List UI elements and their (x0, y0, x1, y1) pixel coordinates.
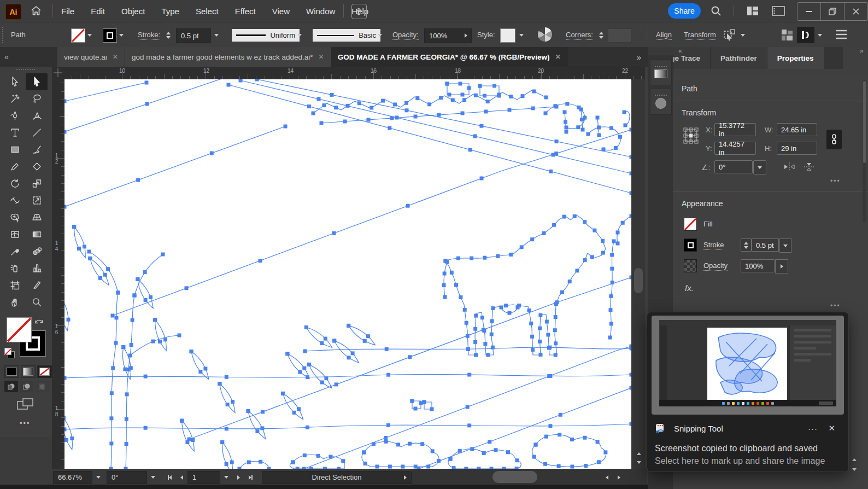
style-dropdown-icon[interactable] (519, 34, 524, 37)
drag-grip[interactable] (16, 69, 35, 72)
fill-label[interactable]: Fill (703, 220, 713, 228)
paintbrush-tool[interactable] (26, 141, 48, 158)
touch-workspace-icon[interactable] (351, 4, 367, 19)
corners-input[interactable] (608, 28, 632, 43)
width-profile-select[interactable]: Uniform (232, 29, 300, 42)
shape-mode-dropdown-icon[interactable] (818, 34, 822, 37)
opacity-label[interactable]: Opacity: (392, 31, 419, 40)
h-input[interactable]: 29 in (777, 142, 817, 155)
zoom-level-input[interactable]: 66.67% (53, 471, 92, 484)
menu-effect[interactable]: Effect (235, 7, 256, 16)
panel-menu-icon[interactable] (835, 30, 847, 39)
horizontal-ruler[interactable]: 10 12 14 16 18 20 22 (64, 67, 645, 80)
tab-overflow-icon[interactable]: » (630, 47, 648, 67)
stroke-weight-input[interactable]: 0.5 pt (176, 28, 211, 43)
previous-artboard-button[interactable] (175, 471, 187, 484)
screen-mode-icon[interactable] (16, 397, 35, 412)
horizontal-scrollbar-thumb[interactable] (492, 471, 537, 483)
flip-vertical-icon[interactable] (803, 162, 815, 172)
next-artboard-button[interactable] (232, 471, 244, 484)
share-button[interactable]: Share (668, 3, 701, 19)
gradient-button[interactable] (21, 365, 36, 378)
menu-select[interactable]: Select (196, 7, 219, 16)
opacity-expand-button[interactable] (460, 28, 472, 43)
scale-tool[interactable] (26, 175, 48, 192)
stroke-weight-input[interactable]: 0.5 pt (752, 238, 779, 252)
recolor-artwork-icon[interactable] (538, 27, 552, 42)
select-similar-icon[interactable] (723, 28, 737, 42)
close-icon[interactable]: ✕ (319, 53, 324, 61)
gradient-panel-icon[interactable] (650, 59, 672, 85)
scroll-right-icon[interactable] (618, 475, 620, 480)
magic-wand-tool[interactable] (4, 90, 26, 107)
stroke-swatch[interactable] (684, 238, 697, 252)
document-setup-icon[interactable] (772, 6, 785, 16)
align-label[interactable]: Align (656, 31, 672, 40)
edit-toolbar-icon[interactable]: ••• (20, 419, 31, 427)
rotate-tool[interactable] (4, 175, 26, 192)
opacity-input[interactable]: 100% (424, 28, 465, 43)
color-button[interactable] (4, 365, 19, 378)
selection-tool[interactable] (4, 73, 26, 90)
fill-proxy-swatch[interactable] (7, 317, 32, 342)
transform-label[interactable]: Transform (684, 31, 716, 40)
restore-button[interactable] (820, 3, 844, 20)
hand-tool[interactable] (4, 294, 26, 311)
eyedropper-tool[interactable] (4, 243, 26, 260)
y-input[interactable]: 14.4257 in (714, 142, 756, 155)
opacity-swatch[interactable] (684, 259, 697, 272)
active-tool-indicator[interactable]: Direct Selection (262, 471, 412, 484)
direct-selection-tool[interactable] (26, 73, 48, 90)
perspective-grid-tool[interactable] (26, 209, 48, 226)
notification-action-hint[interactable]: Select here to mark up and share the ima… (655, 456, 825, 466)
dock-collapse-icon[interactable]: « (678, 47, 682, 55)
opacity-label[interactable]: Opacity (703, 261, 728, 271)
artboard-dropdown-icon[interactable] (220, 471, 232, 484)
fill-color-swatch[interactable] (71, 28, 85, 43)
close-icon[interactable]: ✕ (113, 53, 118, 61)
constrain-proportions-icon[interactable] (826, 130, 842, 149)
symbol-sprayer-tool[interactable] (4, 260, 26, 277)
slice-tool[interactable] (26, 277, 48, 294)
scroll-left-icon[interactable] (606, 475, 608, 480)
select-similar-dropdown-icon[interactable] (741, 34, 745, 37)
align-objects-icon[interactable] (781, 28, 794, 42)
shaper-tool[interactable] (26, 158, 48, 175)
w-input[interactable]: 24.65 in (777, 123, 817, 136)
search-icon[interactable] (711, 5, 722, 16)
fx-button[interactable]: fx. (685, 283, 694, 293)
pen-tool[interactable] (4, 107, 26, 124)
illustrator-logo[interactable]: Ai (5, 4, 21, 20)
stroke-weight-dropdown-icon[interactable] (779, 238, 791, 253)
draw-normal-button[interactable] (4, 381, 18, 392)
drag-grip[interactable] (2, 27, 5, 43)
dock-expand-icon[interactable]: » (860, 47, 864, 55)
zoom-dropdown-icon[interactable] (92, 471, 104, 484)
default-fill-stroke-icon[interactable] (4, 348, 15, 359)
document-tab-2[interactable]: god made a farmer good elements w ez tra… (125, 47, 331, 67)
menu-object[interactable]: Object (121, 7, 145, 16)
stroke-color-dropdown-icon[interactable] (119, 34, 124, 37)
zoom-tool[interactable] (26, 294, 48, 311)
brush-dropdown-icon[interactable] (378, 34, 382, 37)
fill-swatch[interactable] (684, 218, 697, 231)
style-swatch[interactable] (500, 28, 515, 43)
appearance-more-icon[interactable]: ••• (830, 302, 841, 310)
menu-view[interactable]: View (272, 7, 290, 16)
panel-scroll-up-icon[interactable] (852, 458, 857, 461)
image-trace-panel-icon[interactable] (650, 89, 672, 115)
toolbar-collapse-icon[interactable]: « (0, 47, 57, 67)
document-tab-1[interactable]: view quote.ai✕ (57, 47, 125, 67)
menu-window[interactable]: Window (306, 7, 335, 16)
opacity-expand-icon[interactable] (775, 259, 788, 273)
shape-mode-button[interactable] (797, 27, 814, 43)
reference-point-grid[interactable] (683, 127, 699, 144)
minimize-button[interactable] (797, 3, 820, 20)
brush-select[interactable]: Basic (313, 29, 380, 42)
angle-dropdown-icon[interactable] (753, 160, 766, 174)
artboard-number-input[interactable]: 1 (187, 471, 220, 484)
scroll-down-icon[interactable] (637, 461, 641, 464)
snipping-tool-notification[interactable]: Snipping Tool ··· ✕ Screenshot copied to… (647, 312, 849, 472)
rectangle-tool[interactable] (4, 141, 26, 158)
width-tool[interactable] (4, 192, 26, 209)
